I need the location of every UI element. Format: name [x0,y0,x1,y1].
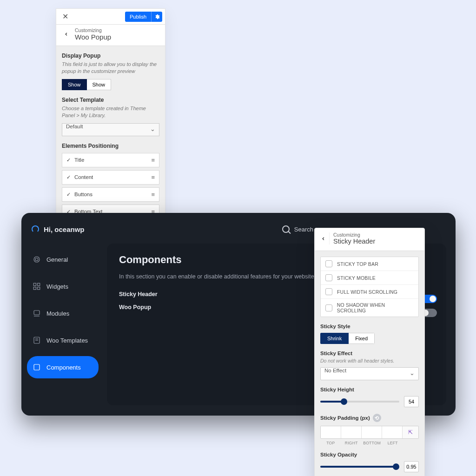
modules-icon [33,309,41,317]
svg-rect-5 [38,287,40,290]
woo-panel-body: Display Popup This field is just to allo… [56,46,165,229]
display-popup-label: Display Popup [62,53,159,59]
elements-positioning-item[interactable]: ✓Buttons≡ [62,187,159,202]
element-name: Title [74,157,84,163]
panel-title: Sticky Header [333,238,375,245]
sticky-check-row[interactable]: FULL WIDTH SCROLLING [321,285,418,299]
sticky-style-label: Sticky Style [320,324,419,329]
brand: Hi, oceanwp [32,225,85,233]
sticky-style-toggle: Shrink Fixed [320,333,375,344]
svg-rect-1 [35,258,38,261]
padding-right-input[interactable] [341,426,362,438]
checkbox-icon[interactable] [325,260,332,267]
check-icon: ✓ [66,174,71,180]
sidebar-label: Components [46,364,81,371]
sticky-height-label: Sticky Height [320,387,419,392]
search-label: Search [294,226,313,233]
sticky-padding-inputs: ⇱ [320,426,419,439]
element-name: Content [74,174,93,180]
woo-templates-icon [33,336,41,344]
publish-group: Publish [125,12,162,22]
sidebar-item-modules[interactable]: Modules [27,302,99,324]
checkbox-icon[interactable] [325,274,332,281]
sidebar-item-general[interactable]: General [27,248,99,271]
sticky-opacity-value[interactable]: 0.95 [404,461,419,472]
panel-title: Woo Popup [75,33,111,41]
gear-icon [154,14,160,20]
padding-bottom-input[interactable] [362,426,382,438]
select-template-desc: Choose a template created in Theme Panel… [62,105,159,119]
publish-button[interactable]: Publish [125,12,151,22]
back-button[interactable] [317,232,330,245]
oceanwp-logo-icon [32,225,39,233]
sticky-padding-text: Sticky Padding (px) [320,415,370,421]
drag-handle-icon[interactable]: ≡ [151,191,155,198]
elements-positioning-list: ✓Title≡✓Content≡✓Buttons≡✓Bottom Text≡ [62,153,159,219]
search[interactable]: Search [282,225,313,233]
display-popup-toggle: Show Show [62,79,159,90]
elements-positioning-item[interactable]: ✓Content≡ [62,170,159,185]
link-values-icon[interactable]: ⟲ [373,414,381,422]
sticky-style-fixed[interactable]: Fixed [349,333,375,344]
woo-topbar: ✕ Publish [56,9,165,25]
sticky-opacity-slider[interactable] [320,466,399,468]
padding-side-label: TOP [320,441,341,445]
sticky-check-row[interactable]: NO SHADOW WHEN SCROLLING [321,299,418,317]
checkbox-icon[interactable] [325,304,332,311]
drag-handle-icon[interactable]: ≡ [151,157,155,164]
svg-rect-2 [33,283,36,285]
sidebar-item-woo-templates[interactable]: Woo Templates [27,329,99,351]
sticky-effect-desc: Do not work with all header styles. [320,358,419,364]
checkbox-icon[interactable] [325,288,332,295]
padding-top-input[interactable] [321,426,341,438]
svg-rect-0 [34,257,40,262]
close-icon[interactable]: ✕ [59,11,71,23]
sidebar-label: Modules [46,310,69,317]
sticky-panel-body: STICKY TOP BARSTICKY MOBILEFULL WIDTH SC… [315,251,424,476]
display-popup-show-1[interactable]: Show [62,79,87,90]
svg-rect-4 [33,287,36,290]
sidebar-label: General [46,256,68,263]
check-label: NO SHADOW WHEN SCROLLING [337,302,414,313]
padding-side-label: RIGHT [341,441,362,445]
sticky-checklist: STICKY TOP BARSTICKY MOBILEFULL WIDTH SC… [320,257,419,317]
svg-rect-3 [38,283,40,285]
publish-options-button[interactable] [151,12,162,22]
greeting: Hi, oceanwp [44,225,85,233]
sticky-panel-header: Customizing Sticky Header [315,228,424,251]
sticky-height-value[interactable]: 54 [404,396,419,407]
sidebar-item-widgets[interactable]: Widgets [27,275,99,298]
panel-kicker: Customizing [333,232,375,238]
components-icon [33,363,41,371]
padding-left-input[interactable] [382,426,403,438]
select-template-label: Select Template [62,97,159,103]
woo-panel-header: Customizing Woo Popup [56,25,165,46]
elements-positioning-label: Elements Positioning [62,143,159,149]
display-popup-show-2[interactable]: Show [87,79,112,90]
chevron-left-icon [321,236,326,241]
sticky-padding-label: Sticky Padding (px) ⟲ [320,414,419,422]
padding-link-button[interactable]: ⇱ [403,426,418,438]
sticky-check-row[interactable]: STICKY TOP BAR [321,257,418,271]
widgets-icon [33,282,41,291]
svg-rect-6 [34,311,40,315]
elements-positioning-item[interactable]: ✓Title≡ [62,153,159,167]
sticky-header-customizer-panel: Customizing Sticky Header STICKY TOP BAR… [314,228,425,476]
back-button[interactable] [60,28,72,40]
select-template-dropdown[interactable]: Default [62,123,159,136]
sticky-height-slider[interactable] [320,401,399,403]
sticky-check-row[interactable]: STICKY MOBILE [321,271,418,285]
check-label: STICKY MOBILE [337,275,376,281]
sticky-effect-label: Sticky Effect [320,350,419,356]
search-icon [282,225,290,233]
element-name: Buttons [74,192,93,197]
check-label: STICKY TOP BAR [337,261,378,267]
sidebar-item-components[interactable]: Components [27,356,99,378]
check-icon: ✓ [66,192,71,198]
drag-handle-icon[interactable]: ≡ [151,174,155,181]
sticky-opacity-row: 0.95 [320,461,419,472]
sticky-effect-dropdown[interactable]: No Effect [320,367,419,380]
sticky-style-shrink[interactable]: Shrink [320,333,349,344]
sticky-height-row: 54 [320,396,419,407]
check-label: FULL WIDTH SCROLLING [337,289,397,295]
